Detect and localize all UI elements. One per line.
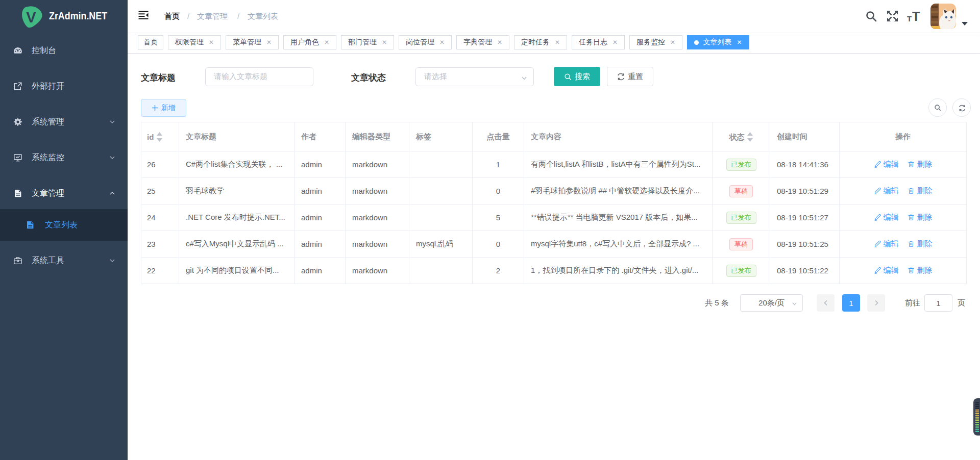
svg-text:V: V	[26, 9, 36, 25]
